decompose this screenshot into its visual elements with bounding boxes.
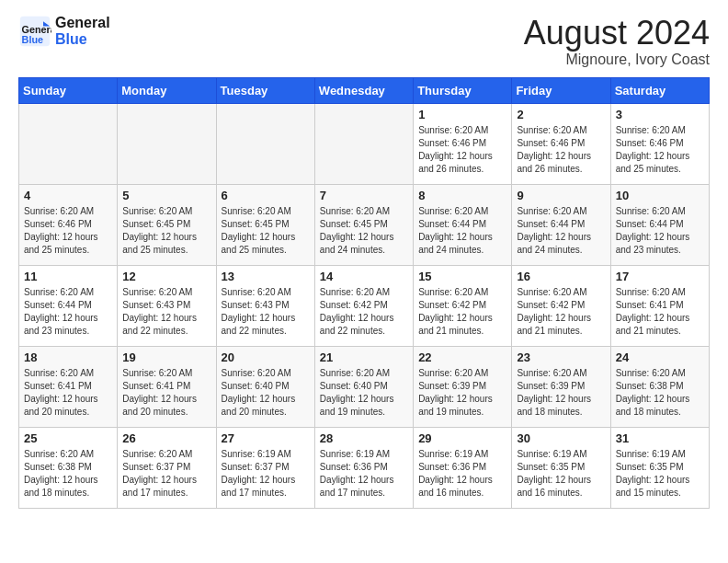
- day-info: Sunrise: 6:20 AM Sunset: 6:41 PM Dayligh…: [24, 367, 112, 419]
- header: General Blue General Blue August 2024 Mi…: [18, 15, 710, 68]
- calendar-day-cell: 8Sunrise: 6:20 AM Sunset: 6:44 PM Daylig…: [414, 184, 512, 265]
- calendar-day-cell: 5Sunrise: 6:20 AM Sunset: 6:45 PM Daylig…: [118, 184, 216, 265]
- day-number: 4: [24, 189, 112, 202]
- calendar-week-row: 1Sunrise: 6:20 AM Sunset: 6:46 PM Daylig…: [19, 103, 710, 184]
- day-info: Sunrise: 6:19 AM Sunset: 6:36 PM Dayligh…: [418, 448, 506, 500]
- day-number: 13: [222, 270, 310, 283]
- calendar-day-cell: 29Sunrise: 6:19 AM Sunset: 6:36 PM Dayli…: [414, 427, 512, 508]
- day-number: 16: [517, 270, 605, 283]
- day-info: Sunrise: 6:20 AM Sunset: 6:44 PM Dayligh…: [616, 205, 704, 257]
- calendar-day-cell: 7Sunrise: 6:20 AM Sunset: 6:45 PM Daylig…: [314, 184, 413, 265]
- calendar-day-cell: 28Sunrise: 6:19 AM Sunset: 6:36 PM Dayli…: [314, 427, 413, 508]
- calendar-day-cell: 10Sunrise: 6:20 AM Sunset: 6:44 PM Dayli…: [610, 184, 709, 265]
- calendar-day-cell: 22Sunrise: 6:20 AM Sunset: 6:39 PM Dayli…: [414, 346, 512, 427]
- day-info: Sunrise: 6:20 AM Sunset: 6:42 PM Dayligh…: [320, 286, 408, 338]
- calendar-day-cell: 17Sunrise: 6:20 AM Sunset: 6:41 PM Dayli…: [610, 265, 709, 346]
- calendar-day-cell: [314, 103, 413, 184]
- calendar-day-cell: 1Sunrise: 6:20 AM Sunset: 6:46 PM Daylig…: [414, 103, 512, 184]
- day-number: 6: [222, 189, 310, 202]
- day-number: 18: [24, 350, 112, 364]
- day-number: 11: [24, 270, 112, 283]
- calendar-day-cell: 6Sunrise: 6:20 AM Sunset: 6:45 PM Daylig…: [216, 184, 314, 265]
- day-number: 24: [616, 350, 704, 364]
- day-info: Sunrise: 6:20 AM Sunset: 6:45 PM Dayligh…: [320, 205, 408, 257]
- day-number: 25: [24, 431, 112, 445]
- logo-text-line2: Blue: [55, 31, 110, 48]
- calendar-day-cell: 25Sunrise: 6:20 AM Sunset: 6:38 PM Dayli…: [19, 427, 118, 508]
- month-year: August 2024: [524, 15, 710, 52]
- day-number: 27: [222, 431, 310, 445]
- calendar-day-cell: 12Sunrise: 6:20 AM Sunset: 6:43 PM Dayli…: [118, 265, 216, 346]
- day-info: Sunrise: 6:20 AM Sunset: 6:44 PM Dayligh…: [24, 286, 112, 338]
- calendar-header-thursday: Thursday: [414, 77, 512, 103]
- day-number: 7: [320, 189, 408, 202]
- day-number: 1: [418, 108, 506, 121]
- day-number: 9: [517, 189, 605, 202]
- calendar-week-row: 11Sunrise: 6:20 AM Sunset: 6:44 PM Dayli…: [19, 265, 710, 346]
- calendar-day-cell: 19Sunrise: 6:20 AM Sunset: 6:41 PM Dayli…: [118, 346, 216, 427]
- day-info: Sunrise: 6:19 AM Sunset: 6:36 PM Dayligh…: [320, 448, 408, 500]
- calendar-day-cell: 13Sunrise: 6:20 AM Sunset: 6:43 PM Dayli…: [216, 265, 314, 346]
- calendar-day-cell: 15Sunrise: 6:20 AM Sunset: 6:42 PM Dayli…: [414, 265, 512, 346]
- calendar-day-cell: 21Sunrise: 6:20 AM Sunset: 6:40 PM Dayli…: [314, 346, 413, 427]
- day-info: Sunrise: 6:20 AM Sunset: 6:46 PM Dayligh…: [517, 124, 605, 176]
- calendar-day-cell: 14Sunrise: 6:20 AM Sunset: 6:42 PM Dayli…: [314, 265, 413, 346]
- calendar-day-cell: 27Sunrise: 6:19 AM Sunset: 6:37 PM Dayli…: [216, 427, 314, 508]
- calendar-week-row: 25Sunrise: 6:20 AM Sunset: 6:38 PM Dayli…: [19, 427, 710, 508]
- day-info: Sunrise: 6:20 AM Sunset: 6:43 PM Dayligh…: [222, 286, 310, 338]
- calendar-day-cell: 9Sunrise: 6:20 AM Sunset: 6:44 PM Daylig…: [512, 184, 610, 265]
- day-info: Sunrise: 6:20 AM Sunset: 6:41 PM Dayligh…: [616, 286, 704, 338]
- calendar-day-cell: 30Sunrise: 6:19 AM Sunset: 6:35 PM Dayli…: [512, 427, 610, 508]
- day-info: Sunrise: 6:19 AM Sunset: 6:35 PM Dayligh…: [616, 448, 704, 500]
- day-number: 14: [320, 270, 408, 283]
- day-info: Sunrise: 6:20 AM Sunset: 6:44 PM Dayligh…: [418, 205, 506, 257]
- calendar-table: SundayMondayTuesdayWednesdayThursdayFrid…: [18, 77, 710, 509]
- day-info: Sunrise: 6:20 AM Sunset: 6:38 PM Dayligh…: [24, 448, 112, 500]
- day-info: Sunrise: 6:20 AM Sunset: 6:40 PM Dayligh…: [222, 367, 310, 419]
- calendar-day-cell: 11Sunrise: 6:20 AM Sunset: 6:44 PM Dayli…: [19, 265, 118, 346]
- calendar-day-cell: 3Sunrise: 6:20 AM Sunset: 6:46 PM Daylig…: [610, 103, 709, 184]
- day-number: 12: [122, 270, 210, 283]
- calendar-header-sunday: Sunday: [19, 77, 118, 103]
- calendar-week-row: 4Sunrise: 6:20 AM Sunset: 6:46 PM Daylig…: [19, 184, 710, 265]
- day-info: Sunrise: 6:20 AM Sunset: 6:46 PM Dayligh…: [616, 124, 704, 176]
- day-number: 23: [517, 350, 605, 364]
- day-number: 19: [122, 350, 210, 364]
- calendar-header-friday: Friday: [512, 77, 610, 103]
- calendar-day-cell: [216, 103, 314, 184]
- calendar-header-monday: Monday: [118, 77, 216, 103]
- calendar-day-cell: 18Sunrise: 6:20 AM Sunset: 6:41 PM Dayli…: [19, 346, 118, 427]
- calendar-day-cell: 31Sunrise: 6:19 AM Sunset: 6:35 PM Dayli…: [610, 427, 709, 508]
- day-number: 29: [418, 431, 506, 445]
- logo-text-line1: General: [55, 15, 110, 31]
- day-info: Sunrise: 6:20 AM Sunset: 6:46 PM Dayligh…: [418, 124, 506, 176]
- calendar-day-cell: 2Sunrise: 6:20 AM Sunset: 6:46 PM Daylig…: [512, 103, 610, 184]
- day-info: Sunrise: 6:20 AM Sunset: 6:38 PM Dayligh…: [616, 367, 704, 419]
- calendar-day-cell: [118, 103, 216, 184]
- calendar-day-cell: 16Sunrise: 6:20 AM Sunset: 6:42 PM Dayli…: [512, 265, 610, 346]
- calendar-day-cell: 4Sunrise: 6:20 AM Sunset: 6:46 PM Daylig…: [19, 184, 118, 265]
- calendar-week-row: 18Sunrise: 6:20 AM Sunset: 6:41 PM Dayli…: [19, 346, 710, 427]
- day-number: 28: [320, 431, 408, 445]
- calendar-day-cell: 20Sunrise: 6:20 AM Sunset: 6:40 PM Dayli…: [216, 346, 314, 427]
- page: General Blue General Blue August 2024 Mi…: [0, 0, 728, 523]
- logo-icon: General Blue: [18, 15, 51, 48]
- day-number: 3: [616, 108, 704, 121]
- day-number: 20: [222, 350, 310, 364]
- day-number: 26: [122, 431, 210, 445]
- day-number: 15: [418, 270, 506, 283]
- day-info: Sunrise: 6:20 AM Sunset: 6:39 PM Dayligh…: [517, 367, 605, 419]
- calendar-header-saturday: Saturday: [610, 77, 709, 103]
- day-number: 22: [418, 350, 506, 364]
- day-info: Sunrise: 6:20 AM Sunset: 6:37 PM Dayligh…: [122, 448, 210, 500]
- day-number: 17: [616, 270, 704, 283]
- calendar-day-cell: 24Sunrise: 6:20 AM Sunset: 6:38 PM Dayli…: [610, 346, 709, 427]
- logo: General Blue General Blue: [18, 15, 110, 48]
- calendar-day-cell: [19, 103, 118, 184]
- calendar-day-cell: 26Sunrise: 6:20 AM Sunset: 6:37 PM Dayli…: [118, 427, 216, 508]
- svg-text:Blue: Blue: [22, 34, 43, 45]
- day-number: 10: [616, 189, 704, 202]
- day-info: Sunrise: 6:20 AM Sunset: 6:39 PM Dayligh…: [418, 367, 506, 419]
- day-number: 30: [517, 431, 605, 445]
- day-info: Sunrise: 6:20 AM Sunset: 6:45 PM Dayligh…: [222, 205, 310, 257]
